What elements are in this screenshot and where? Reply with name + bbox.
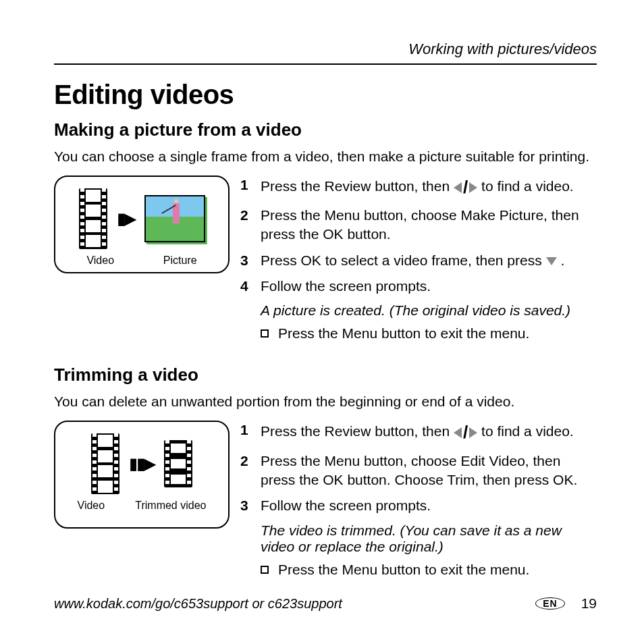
section1-intro: You can choose a single frame from a vid…	[54, 149, 597, 165]
step-2: Press the Menu button, choose Edit Video…	[240, 452, 597, 490]
step-text: Press the Review button, then	[261, 424, 454, 439]
illustration-make-picture: ▮▶ Video Picture	[54, 176, 230, 273]
exit-text: Press the Menu button to exit the menu.	[278, 325, 529, 342]
arrow-right-icon: ▮▶	[117, 209, 135, 228]
illustration-trim-video: ▮▮▶ Video Trimmed video	[54, 421, 230, 529]
filmstrip-icon	[91, 433, 119, 494]
exit-text: Press the Menu button to exit the menu.	[278, 562, 529, 578]
step-2: Press the Menu button, choose Make Pictu…	[240, 206, 597, 244]
step-4: Follow the screen prompts.	[240, 277, 597, 296]
page-title: Editing videos	[54, 80, 597, 110]
section2-steps: Press the Review button, then / to find …	[240, 421, 597, 581]
picture-thumb-icon	[144, 195, 205, 242]
illus2-label-right: Trimmed video	[135, 500, 206, 512]
page-number: 19	[581, 595, 597, 612]
step-3: Press OK to select a video frame, then p…	[240, 251, 597, 270]
section2-intro: You can delete an unwanted portion from …	[54, 394, 597, 410]
left-right-nav-icon: /	[454, 176, 477, 199]
result-note: The video is trimmed. (You can save it a…	[261, 522, 597, 555]
section2-heading: Trimming a video	[54, 365, 597, 385]
chapter-header: Working with pictures/videos	[54, 41, 597, 58]
section1-heading: Making a picture from a video	[54, 119, 597, 140]
filmstrip-short-icon	[164, 440, 192, 487]
step-text: to find a video.	[481, 178, 574, 194]
exit-bullet: Press the Menu button to exit the menu.	[261, 562, 597, 578]
step-text: Press OK to select a video frame, then p…	[261, 252, 546, 268]
illus1-label-left: Video	[86, 254, 114, 267]
step-1: Press the Review button, then / to find …	[240, 421, 597, 444]
step-text: .	[560, 252, 564, 268]
exit-bullet: Press the Menu button to exit the menu.	[261, 325, 597, 342]
section2-body: ▮▮▶ Video Trimmed video Press the Review…	[54, 421, 597, 581]
down-nav-icon	[546, 257, 557, 265]
step-1: Press the Review button, then / to find …	[240, 176, 597, 199]
header-rule	[54, 63, 597, 65]
filmstrip-icon	[79, 188, 107, 249]
step-text: Press the Review button, then	[261, 178, 454, 194]
square-bullet-icon	[261, 329, 269, 338]
page-footer: www.kodak.com/go/c653support or c623supp…	[54, 595, 597, 612]
support-url: www.kodak.com/go/c653support or c623supp…	[54, 596, 342, 612]
square-bullet-icon	[261, 566, 269, 574]
language-badge: EN	[535, 597, 564, 610]
arrow-right-icon: ▮▮▶	[129, 454, 155, 473]
illus1-label-right: Picture	[163, 254, 197, 267]
section1-body: ▮▶ Video Picture Press the Review button…	[54, 176, 597, 346]
step-text: to find a video.	[481, 424, 574, 439]
left-right-nav-icon: /	[454, 421, 477, 444]
section1-steps: Press the Review button, then / to find …	[240, 176, 597, 346]
result-note: A picture is created. (The original vide…	[261, 302, 597, 319]
step-3: Follow the screen prompts.	[240, 496, 597, 515]
illus2-label-left: Video	[78, 500, 105, 512]
